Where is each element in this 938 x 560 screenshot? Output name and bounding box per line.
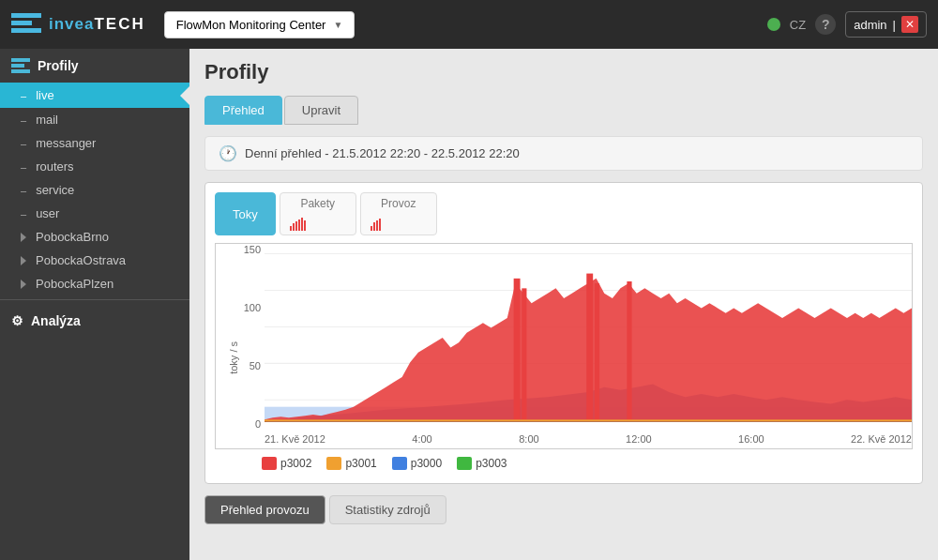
sidebar-item-messanger[interactable]: – messanger [0, 131, 189, 155]
bottom-tab-statistiky-zdroju[interactable]: Statistiky zdrojů [329, 495, 446, 524]
legend-color-p3000 [392, 457, 407, 470]
svg-rect-2 [11, 69, 30, 73]
x-axis: 21. Kvě 2012 4:00 8:00 12:00 16:00 22. K… [265, 431, 912, 448]
x-tick-0: 21. Kvě 2012 [265, 433, 325, 446]
svg-rect-26 [627, 281, 631, 419]
clock-icon: 🕐 [219, 144, 237, 162]
svg-rect-10 [373, 222, 375, 231]
pakety-mini-chart [290, 212, 346, 231]
x-tick-4: 4:00 [412, 433, 431, 446]
app-dropdown-label: FlowMon Monitoring Center [176, 18, 326, 32]
sidebar-item-label: routers [36, 159, 73, 174]
sidebar-item-label: PobockaOstrava [36, 253, 126, 267]
legend-color-p3003 [457, 457, 472, 470]
svg-rect-3 [290, 226, 292, 231]
sidebar-item-live[interactable]: – live [0, 83, 189, 108]
admin-label: admin [854, 18, 886, 32]
legend-item-p3003: p3003 [457, 457, 507, 470]
svg-rect-0 [11, 58, 30, 62]
svg-rect-6 [298, 219, 300, 231]
admin-separator: | [893, 18, 896, 32]
dash-icon: – [21, 90, 26, 101]
tab-prehled[interactable]: Přehled [204, 96, 282, 125]
x-tick-end: 22. Kvě 2012 [851, 433, 912, 446]
sidebar-analyza-label: Analýza [31, 313, 81, 328]
legend-label-p3003: p3003 [476, 457, 507, 470]
logo-text-normal: invea [49, 15, 94, 33]
dash-icon: – [21, 114, 26, 126]
dash-icon: – [21, 138, 26, 149]
y-axis: toky / s 150 100 50 0 [216, 244, 265, 448]
y-tick-50: 50 [250, 360, 261, 371]
svg-rect-8 [304, 220, 306, 231]
y-tick-100: 100 [244, 302, 261, 313]
svg-rect-1 [11, 64, 24, 68]
admin-menu[interactable]: admin | ✕ [845, 11, 927, 38]
chart-tab-provoz[interactable]: Provoz [360, 192, 437, 235]
svg-rect-4 [293, 223, 295, 231]
sidebar-item-label: messanger [36, 136, 96, 150]
active-arrow [180, 85, 189, 106]
content-area: Profily Přehled Upravit 🕐 Denní přehled … [189, 49, 938, 560]
dash-icon: – [21, 185, 26, 196]
sidebar-item-routers[interactable]: – routers [0, 155, 189, 178]
language-button[interactable]: CZ [790, 18, 806, 32]
legend-label-p3000: p3000 [411, 457, 442, 470]
sidebar-item-label: user [36, 206, 59, 220]
sidebar-item-mail[interactable]: – mail [0, 108, 189, 131]
logo: inveaTECH [11, 13, 145, 36]
chart-tab-pakety-label: Pakety [300, 197, 335, 210]
chart-tab-toky[interactable]: Toky [215, 192, 276, 235]
main-tabs: Přehled Upravit [204, 96, 923, 125]
sidebar-profily-label: Profily [38, 58, 79, 73]
chart-area: toky / s 150 100 50 0 [215, 243, 913, 449]
bottom-tabs: Přehled provozu Statistiky zdrojů [204, 495, 923, 524]
header: inveaTECH FlowMon Monitoring Center ▼ CZ… [0, 0, 938, 49]
sidebar-divider [0, 299, 189, 300]
info-bar-text: Denní přehled - 21.5.2012 22:20 - 22.5.2… [245, 146, 520, 160]
chart-svg-area: 21. Kvě 2012 4:00 8:00 12:00 16:00 22. K… [265, 244, 912, 448]
sidebar-profily-section: Profily [0, 49, 189, 83]
provoz-mini-chart [371, 212, 427, 231]
sidebar-item-pobockaostrava[interactable]: PobockaOstrava [0, 249, 189, 272]
chart-tabs: Toky Pakety Provoz [215, 192, 913, 235]
page-title: Profily [204, 60, 923, 84]
chart-tab-provoz-label: Provoz [381, 197, 416, 210]
svg-rect-5 [295, 221, 297, 231]
legend-color-p3002 [262, 457, 277, 470]
info-bar: 🕐 Denní přehled - 21.5.2012 22:20 - 22.5… [204, 136, 923, 171]
logo-text-accent: TECH [94, 15, 144, 33]
x-tick-8: 8:00 [519, 433, 538, 446]
triangle-icon [21, 280, 26, 289]
legend-item-p3000: p3000 [392, 457, 442, 470]
chart-svg [265, 244, 912, 431]
sidebar-item-label: mail [36, 113, 58, 127]
sidebar-item-pobockaplzen[interactable]: PobockaPlzen [0, 272, 189, 295]
legend-label-p3002: p3002 [280, 457, 311, 470]
status-indicator [767, 18, 780, 31]
tab-upravit[interactable]: Upravit [284, 96, 358, 125]
sidebar-item-label: live [36, 88, 54, 102]
svg-rect-23 [522, 288, 526, 419]
triangle-icon [21, 233, 26, 242]
sidebar-profily-title: Profily [11, 58, 178, 73]
bottom-tab-prehled-provozu[interactable]: Přehled provozu [204, 495, 325, 524]
chart-tab-pakety[interactable]: Pakety [280, 192, 356, 235]
sidebar-item-service[interactable]: – service [0, 178, 189, 202]
help-button[interactable]: ? [815, 14, 836, 35]
svg-rect-12 [379, 219, 381, 231]
svg-rect-22 [514, 279, 521, 420]
svg-rect-7 [301, 218, 303, 231]
sidebar-item-label: service [36, 183, 74, 197]
admin-close-button[interactable]: ✕ [901, 16, 918, 33]
svg-rect-11 [376, 220, 378, 231]
sidebar-item-pobockabrno[interactable]: PobockaBrno [0, 225, 189, 249]
sidebar-item-label: PobockaPlzen [36, 277, 113, 291]
app-dropdown[interactable]: FlowMon Monitoring Center ▼ [164, 11, 356, 38]
chart-legend: p3002 p3001 p3000 p3003 [215, 449, 913, 474]
x-tick-12: 12:00 [626, 433, 652, 446]
sidebar-item-label: PobockaBrno [36, 230, 109, 244]
y-tick-150: 150 [244, 244, 261, 255]
svg-rect-9 [371, 226, 372, 231]
sidebar-item-user[interactable]: – user [0, 202, 189, 225]
